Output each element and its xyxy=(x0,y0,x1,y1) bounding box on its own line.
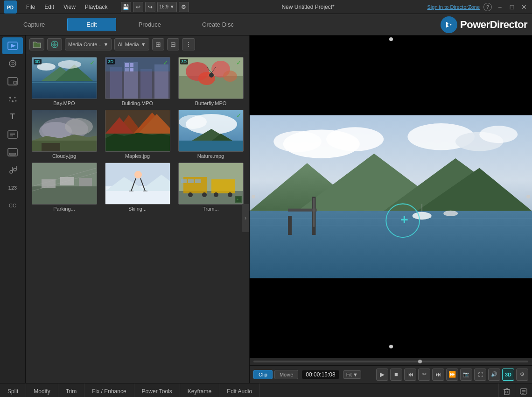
media-item-nature[interactable]: ✓ Nature.mpg xyxy=(176,110,245,159)
media-item-cloudy[interactable]: Cloudy.jpg xyxy=(29,110,99,159)
prev-frame-button[interactable]: ⏮ xyxy=(404,369,416,381)
sidebar-item-audio[interactable] xyxy=(2,162,23,178)
media-item-butterfly[interactable]: 3D ✓ Butterfly.MPO xyxy=(176,57,245,106)
output-settings-button[interactable]: ⚙ xyxy=(516,369,528,381)
svg-rect-41 xyxy=(125,63,129,67)
stop-button[interactable]: ■ xyxy=(390,369,402,381)
media-grid: 3D ✓ Bay.MPO xyxy=(26,53,249,215)
svg-point-3 xyxy=(448,23,450,26)
volume-button[interactable]: 🔊 xyxy=(488,369,500,381)
menu-edit[interactable]: Edit xyxy=(41,3,58,11)
brand-name: PowerDirector xyxy=(460,19,527,31)
scrubber-thumb[interactable] xyxy=(418,360,422,363)
scrubber-track[interactable] xyxy=(253,361,528,362)
media-item-parking[interactable]: Parking... xyxy=(29,163,99,212)
power-tools-button[interactable]: Power Tools xyxy=(134,383,180,397)
grid-view-button[interactable]: ⊞ xyxy=(152,38,164,50)
media-thumb-nature[interactable]: ✓ xyxy=(178,110,244,152)
media-thumb-skiing[interactable] xyxy=(105,163,170,205)
download-button[interactable] xyxy=(47,38,62,50)
tab-edit[interactable]: Edit xyxy=(67,18,116,31)
script-button[interactable] xyxy=(515,383,532,397)
media-item-tram[interactable]: + Tram... xyxy=(176,163,245,212)
media-thumb-tram[interactable]: + xyxy=(178,163,244,205)
list-view-button[interactable]: ⊟ xyxy=(167,38,179,50)
edit-audio-button[interactable]: Edit Audio xyxy=(219,383,260,397)
svg-rect-115 xyxy=(250,211,532,278)
media-scroll-arrow[interactable]: › xyxy=(242,204,249,232)
sidebar: T 123 CC xyxy=(0,35,26,383)
media-thumb-parking[interactable] xyxy=(32,163,97,205)
sidebar-item-effects[interactable] xyxy=(2,55,23,72)
menu-view[interactable]: View xyxy=(60,3,79,11)
svg-point-23 xyxy=(14,168,16,171)
tab-capture[interactable]: Capture xyxy=(5,18,63,31)
sidebar-item-pip[interactable] xyxy=(2,73,23,90)
app-logo: PD xyxy=(4,0,17,14)
media-item-skiing[interactable]: Skiing... xyxy=(103,163,172,212)
play-button[interactable]: ▶ xyxy=(376,369,388,381)
resolution-dropdown[interactable]: 16:9 ▼ xyxy=(157,2,177,12)
delete-button[interactable] xyxy=(498,383,515,397)
media-name-bay: Bay.MPO xyxy=(53,100,75,106)
help-icon[interactable]: ? xyxy=(483,3,492,11)
svg-rect-122 xyxy=(313,198,315,227)
content-type-dropdown[interactable]: Media Conte... ▼ xyxy=(65,38,112,50)
preview-scrubber[interactable] xyxy=(250,358,532,365)
media-name-skiing: Skiing... xyxy=(128,206,147,212)
preview-video: + xyxy=(250,35,532,358)
undo-icon[interactable]: ↩ xyxy=(133,2,143,12)
sidebar-item-text[interactable]: T xyxy=(2,108,23,125)
redo-icon[interactable]: ↪ xyxy=(145,2,155,12)
sidebar-item-media[interactable] xyxy=(2,37,23,54)
fast-forward-button[interactable]: ⏩ xyxy=(446,369,458,381)
sidebar-item-chapter[interactable] xyxy=(2,126,23,143)
media-item-maples[interactable]: Maples.jpg xyxy=(103,110,172,159)
movie-button[interactable]: Movie xyxy=(274,370,298,379)
split-button[interactable]: ✂ xyxy=(418,369,430,381)
media-thumb-bay[interactable]: 3D ✓ xyxy=(32,57,97,99)
modify-tool-button[interactable]: Modify xyxy=(26,383,58,397)
save-icon[interactable]: 💾 xyxy=(121,2,131,12)
sidebar-item-count[interactable]: 123 xyxy=(2,179,23,196)
signin-link[interactable]: Sign in to DirectorZone xyxy=(427,4,480,10)
split-tool-button[interactable]: Split xyxy=(0,383,26,397)
media-thumb-butterfly[interactable]: 3D ✓ xyxy=(178,57,244,99)
media-item-bay[interactable]: 3D ✓ Bay.MPO xyxy=(29,57,99,106)
svg-text:+: + xyxy=(400,212,408,227)
3d-button[interactable]: 3D xyxy=(502,369,514,381)
close-button[interactable]: ✕ xyxy=(520,3,528,11)
snapshot-button[interactable]: 📷 xyxy=(460,369,472,381)
fullscreen-button[interactable]: ⛶ xyxy=(474,369,486,381)
filter-dropdown[interactable]: All Media ▼ xyxy=(114,38,149,50)
keyframe-button[interactable]: Keyframe xyxy=(180,383,219,397)
fix-enhance-tool-button[interactable]: Fix / Enhance xyxy=(84,383,134,397)
sidebar-item-subtitle[interactable] xyxy=(2,144,23,161)
clip-button[interactable]: Clip xyxy=(253,370,273,379)
settings-icon[interactable]: ⚙ xyxy=(179,2,189,12)
media-thumb-maples[interactable] xyxy=(105,110,170,152)
svg-point-110 xyxy=(479,126,518,143)
minimize-button[interactable]: − xyxy=(496,3,504,11)
tab-create-disc[interactable]: Create Disc xyxy=(183,18,252,31)
svg-rect-29 xyxy=(32,81,97,99)
open-folder-button[interactable] xyxy=(29,38,44,50)
svg-point-99 xyxy=(202,192,207,197)
options-button[interactable]: ⋮ xyxy=(182,38,195,50)
trim-tool-button[interactable]: Trim xyxy=(58,383,85,397)
menu-file[interactable]: File xyxy=(22,3,39,11)
media-thumb-cloudy[interactable] xyxy=(32,110,97,152)
media-thumb-building[interactable]: 3D ✓ xyxy=(105,57,170,99)
sidebar-item-subtitles2[interactable]: CC xyxy=(2,197,23,214)
svg-rect-44 xyxy=(130,68,133,71)
svg-point-51 xyxy=(209,73,214,78)
media-name-cloudy: Cloudy.jpg xyxy=(52,153,76,159)
restore-button[interactable]: □ xyxy=(508,3,516,11)
svg-point-21 xyxy=(10,170,13,173)
tab-produce[interactable]: Produce xyxy=(120,18,180,31)
menu-playback[interactable]: Playback xyxy=(81,3,112,11)
next-frame-button[interactable]: ⏭ xyxy=(432,369,444,381)
media-item-building[interactable]: 3D ✓ Building.MPO xyxy=(103,57,172,106)
sidebar-item-particles[interactable] xyxy=(2,91,23,107)
fit-dropdown[interactable]: Fit▼ xyxy=(343,370,361,379)
